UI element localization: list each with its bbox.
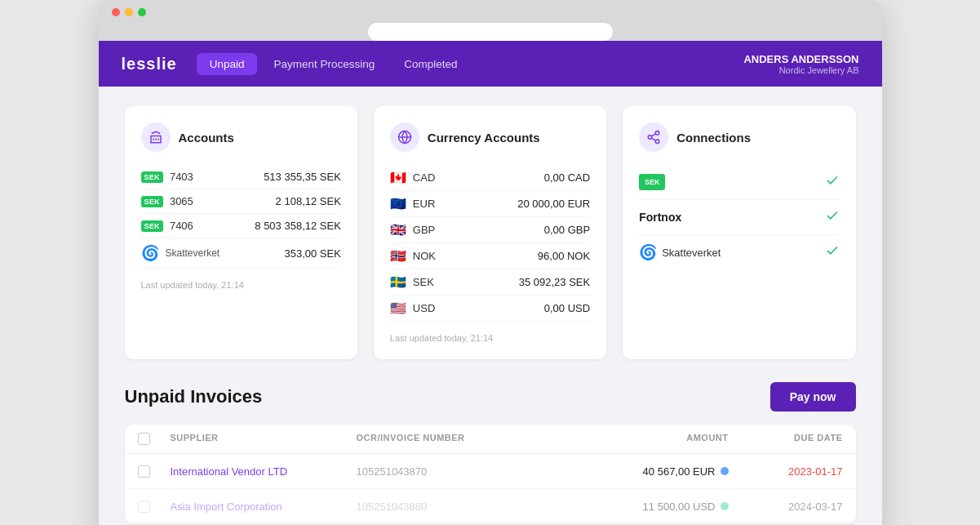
user-name: ANDERS ANDERSSON <box>743 53 858 65</box>
accounts-icon <box>141 122 171 152</box>
account-num-3065: 3065 <box>170 195 193 207</box>
currency-code-sek: SEK <box>413 276 434 288</box>
currency-row-nok: 🇳🇴 NOK 96,00 NOK <box>390 243 590 269</box>
currency-card-footer: Last updated today, 21:14 <box>390 333 590 343</box>
skatteverket-connection: 🌀 Skatteverket <box>639 243 721 261</box>
nav-tab-payment-processing[interactable]: Payment Processing <box>260 53 388 75</box>
flag-nok: 🇳🇴 <box>390 248 406 264</box>
topbar: lesslie Unpaid Payment Processing Comple… <box>99 41 882 87</box>
currency-row-cad: 🇨🇦 CAD 0,00 CAD <box>390 165 590 191</box>
browser-window: lesslie Unpaid Payment Processing Comple… <box>99 0 882 525</box>
user-info: ANDERS ANDERSSON Nordic Jewellery AB <box>743 53 858 75</box>
connection-row-fortnox: Fortnox <box>639 200 839 235</box>
check-icon-skatteverket <box>825 243 840 261</box>
account-badge-sek-3: SEK <box>141 220 163 232</box>
row-ocr-1: 105251043870 <box>357 465 543 478</box>
accounts-card: Accounts SEK 7403 513 355,35 SEK SEK 306… <box>125 106 357 359</box>
nav-tab-completed[interactable]: Completed <box>391 53 470 75</box>
accounts-card-footer: Last updated today, 21:14 <box>141 280 341 290</box>
svg-line-4 <box>652 138 656 140</box>
row-checkbox-cell-1 <box>138 465 171 478</box>
nav-tab-unpaid[interactable]: Unpaid <box>197 53 258 75</box>
flag-sek: 🇸🇪 <box>390 274 406 290</box>
skatteverket-connection-name: Skatteverket <box>662 247 721 259</box>
account-amount-7406: 8 503 358,12 SEK <box>255 220 341 232</box>
browser-chrome <box>99 0 882 41</box>
connection-row-skatteverket: 🌀 Skatteverket <box>639 235 839 269</box>
supplier-link-2[interactable]: Asia Import Corporation <box>171 501 282 513</box>
minimize-dot[interactable] <box>125 8 133 16</box>
account-row-7403: SEK 7403 513 355,35 SEK <box>141 165 341 189</box>
invoice-table: SUPPLIER OCR/INVOICE NUMBER AMOUNT DUE D… <box>125 425 856 523</box>
currency-amount-usd: 0,00 USD <box>544 302 590 314</box>
skatteverket-connection-icon: 🌀 <box>639 243 657 261</box>
nav-tabs: Unpaid Payment Processing Completed <box>197 53 744 75</box>
flag-eur: 🇪🇺 <box>390 196 406 211</box>
browser-traffic-lights <box>112 8 146 16</box>
account-amount-7403: 513 355,35 SEK <box>264 171 341 183</box>
app-logo: lesslie <box>122 55 177 73</box>
row-amount-value-2: 11 500,00 USD <box>643 501 716 513</box>
account-row-7406: SEK 7406 8 503 358,12 SEK <box>141 214 341 238</box>
account-num-7406: 7406 <box>170 220 193 232</box>
currency-amount-eur: 20 000,00 EUR <box>517 198 590 210</box>
connections-card: Connections SEK Fortnox <box>623 106 855 359</box>
account-amount-skatteverket: 353,00 SEK <box>284 247 340 260</box>
currency-row-usd: 🇺🇸 USD 0,00 USD <box>390 296 590 322</box>
row-supplier-2: Asia Import Corporation <box>171 499 357 514</box>
maximize-dot[interactable] <box>138 8 146 16</box>
skatteverket-icon: 🌀 <box>141 244 159 262</box>
fortnox-name: Fortnox <box>639 211 681 224</box>
svg-point-2 <box>648 136 652 140</box>
account-row-skatteverket: 🌀 Skatteverket 353,00 SEK <box>141 238 341 269</box>
currency-icon <box>390 122 419 152</box>
row-checkbox-1[interactable] <box>138 465 150 478</box>
check-icon-bank <box>825 173 840 191</box>
currency-code-usd: USD <box>413 302 435 314</box>
address-bar[interactable] <box>368 23 613 41</box>
currency-card-title: Currency Accounts <box>428 131 540 145</box>
row-amount-1: 40 567,00 EUR <box>543 465 729 478</box>
account-badge-sek: SEK <box>141 171 163 183</box>
invoices-section-header: Unpaid Invoices Pay now <box>125 382 856 412</box>
th-supplier: SUPPLIER <box>171 433 357 445</box>
flag-gbp: 🇬🇧 <box>390 222 406 238</box>
user-company: Nordic Jewellery AB <box>743 65 858 75</box>
invoices-section-title: Unpaid Invoices <box>125 386 263 407</box>
account-num-7403: 7403 <box>170 171 193 183</box>
row-checkbox-2[interactable] <box>138 501 150 513</box>
amount-dot-usd <box>721 502 729 510</box>
row-supplier-1: International Vendor LTD <box>171 464 357 478</box>
currency-code-gbp: GBP <box>413 224 435 236</box>
th-ocr: OCR/INVOICE NUMBER <box>357 433 543 445</box>
close-dot[interactable] <box>112 8 120 16</box>
supplier-link-1[interactable]: International Vendor LTD <box>171 465 288 478</box>
row-due-date-2: 2024-03-17 <box>729 501 843 513</box>
currency-code-cad: CAD <box>413 171 435 184</box>
app: lesslie Unpaid Payment Processing Comple… <box>99 41 882 525</box>
currency-code-nok: NOK <box>413 250 436 262</box>
accounts-card-header: Accounts <box>141 122 341 152</box>
currency-amount-nok: 96,00 NOK <box>538 250 590 262</box>
amount-dot-eur <box>721 467 729 475</box>
row-checkbox-cell-2 <box>138 501 171 513</box>
header-checkbox[interactable] <box>138 433 150 445</box>
currency-amount-gbp: 0,00 GBP <box>544 224 590 236</box>
skatteverket-label: Skatteverket <box>166 247 220 259</box>
accounts-card-title: Accounts <box>179 131 234 145</box>
row-due-date-1: 2023-01-17 <box>729 465 843 478</box>
connection-row-bank: SEK <box>639 165 839 200</box>
cards-row: Accounts SEK 7403 513 355,35 SEK SEK 306… <box>125 106 856 359</box>
table-header: SUPPLIER OCR/INVOICE NUMBER AMOUNT DUE D… <box>125 425 856 454</box>
connections-icon <box>639 122 668 152</box>
pay-now-button[interactable]: Pay now <box>770 382 856 412</box>
currency-card-header: Currency Accounts <box>390 122 590 152</box>
table-row: International Vendor LTD 105251043870 40… <box>125 454 856 489</box>
currency-code-eur: EUR <box>413 198 435 210</box>
connections-card-header: Connections <box>639 122 839 152</box>
check-icon-fortnox <box>825 208 840 226</box>
th-amount: AMOUNT <box>543 433 729 445</box>
currency-card: Currency Accounts 🇨🇦 CAD 0,00 CAD 🇪🇺 EUR <box>374 106 606 359</box>
flag-usd: 🇺🇸 <box>390 300 406 316</box>
connections-card-title: Connections <box>676 131 751 145</box>
